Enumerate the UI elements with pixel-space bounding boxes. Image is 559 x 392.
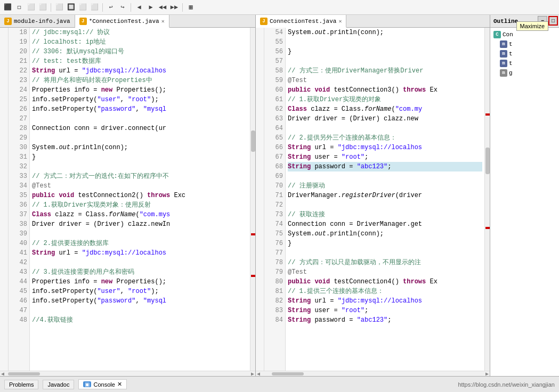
left-tab-bar: J module-info.java J *ConnectionTest.jav… [0,15,255,28]
outline-maximize-btn[interactable]: □ [548,16,558,26]
code-line-32 [32,162,248,172]
outline-item-t2[interactable]: m t [491,49,558,59]
right-scrollbar-h[interactable]: ◀ ▶ [256,371,490,376]
code-line-29 [32,133,248,143]
tab-conn-right-label: ConnectionTest.java [270,18,336,24]
toolbar-icon-12[interactable]: ▶ [145,2,156,13]
code-line-40: // 2.提供要连接的数据库 [32,239,248,248]
code-line-24: Properties info = new Properties(); [32,85,248,95]
status-tab-console[interactable]: ▣ Console ✕ [78,379,126,389]
right-error-marker-1 [485,113,490,116]
outline-method-icon-3: m [500,60,507,67]
right-scroll-thumb[interactable] [485,148,490,174]
status-tab-problems[interactable]: Problems [4,380,38,389]
outline-item-con[interactable]: C Con [491,30,558,39]
code-line-20: // 3306: 默认mysql的端口号 [32,47,248,56]
code-line-25: info.setProperty("user", "root"); [32,95,248,104]
left-scroll-left-arrow[interactable]: ◀ [0,371,5,377]
outline-item-t1-label: t [509,39,513,49]
rcode-81: // 1.提供三个连接的基本信息： [288,287,482,296]
code-line-47 [32,306,248,315]
console-icon: ▣ [83,381,91,387]
rcode-55 [288,37,482,47]
toolbar-sep-1 [51,3,51,12]
toolbar-icon-5[interactable]: ⬜ [54,2,64,13]
rcode-54: System.out.println(conn); [288,28,482,37]
right-scroll-left-arrow[interactable]: ◀ [256,371,261,377]
code-line-18: // jdbc:mysql:// 协议 [32,28,248,37]
toolbar-icon-8[interactable]: ⬜ [89,2,100,13]
outline-item-g-label: g [509,68,513,78]
left-scroll-h-thumb[interactable] [8,372,40,375]
toolbar-sep-4 [182,3,183,12]
toolbar-icon-13[interactable]: ◀◀ [157,2,168,13]
outline-item-g[interactable]: m g [491,68,558,78]
code-line-42 [32,258,248,267]
tab-conn-label: *ConnectionTest.java [89,18,159,24]
tab-module-info[interactable]: J module-info.java [0,15,75,27]
code-line-33: // 方式二：对方式一的迭代:在如下的程序中不 [32,172,248,181]
rcode-76: } [288,239,482,248]
rcode-72 [288,200,482,210]
toolbar-icon-11[interactable]: ◀ [134,2,144,13]
toolbar-icon-6[interactable]: 🔲 [66,2,76,13]
main-area: J module-info.java J *ConnectionTest.jav… [0,15,559,376]
left-scrollbar-v[interactable] [250,28,255,371]
maximize-tooltip: Maximize [516,21,548,31]
code-line-48: //4.获取链接 [32,315,248,325]
right-scroll-right-arrow[interactable]: ▶ [484,371,490,377]
status-tab-javadoc[interactable]: Javadoc [43,380,74,389]
code-line-21: // test: test数据库 [32,56,248,66]
code-line-28: Connection conn = driver.connect(ur [32,124,248,133]
outline-class-icon: C [493,31,501,38]
right-scroll-h-thumb[interactable] [272,372,304,375]
status-tab-console-close[interactable]: ✕ [117,381,122,388]
java-icon-conn: J [79,18,87,25]
toolbar-icon-1[interactable]: ⬛ [2,2,13,13]
code-line-45: info.setProperty("user", "root"); [32,287,248,296]
outline-method-icon-2: m [500,50,507,58]
java-icon-module: J [4,18,12,25]
left-scroll-right-arrow[interactable]: ▶ [250,371,255,377]
tab-connection-test-left[interactable]: J *ConnectionTest.java ✕ [75,15,169,28]
left-scrollbar-h[interactable]: ◀ ▶ [0,371,255,376]
toolbar-icon-14[interactable]: ▶▶ [169,2,180,13]
rcode-57 [288,56,482,66]
left-error-marker-2 [251,275,255,277]
code-line-19: // localhost: ip地址 [32,37,248,47]
rcode-56: } [288,47,482,56]
status-tab-javadoc-label: Javadoc [47,381,69,388]
status-bar: Problems Javadoc ▣ Console ✕ https://blo… [0,376,559,392]
toolbar-icon-15[interactable]: ▦ [185,2,196,13]
rcode-73: // 获取连接 [288,210,482,219]
tab-close-left[interactable]: ✕ [161,18,165,24]
left-error-marker-1 [251,233,255,235]
rcode-82: String url = "jdbc:mysql://localhos [288,296,482,306]
code-line-31: } [32,152,248,162]
outline-item-t1[interactable]: m t [491,39,558,49]
left-code-content: // jdbc:mysql:// 协议 // localhost: ip地址 /… [30,28,250,371]
toolbar-icon-10[interactable]: ↪ [117,2,128,13]
toolbar-icon-3[interactable]: ⬜ [26,2,36,13]
toolbar-icon-2[interactable]: ◻ [14,2,25,13]
code-line-35: public void testConnection2() throws Exc [32,191,248,200]
outline-item-con-label: Con [503,30,513,39]
toolbar-icon-7[interactable]: ⬜ [77,2,88,13]
code-line-39 [32,229,248,239]
left-scroll-thumb[interactable] [251,130,255,152]
toolbar-icon-4[interactable]: ⬜ [37,2,48,13]
outline-item-t3[interactable]: m t [491,59,558,68]
right-tab-bar: J ConnectionTest.java ✕ [256,15,490,28]
tab-connection-test-right[interactable]: J ConnectionTest.java ✕ [256,15,346,28]
code-line-30: System.out.println(conn); [32,143,248,152]
tab-close-right[interactable]: ✕ [338,18,342,24]
rcode-60: public void testConnection3() throws Ex [288,85,482,95]
toolbar-icon-9[interactable]: ↩ [106,2,116,13]
right-scrollbar-v[interactable] [484,28,490,371]
outline-method-icon-4: m [500,69,507,77]
tab-module-label: module-info.java [14,18,70,24]
code-line-26: info.setProperty("password", "mysql [32,104,248,114]
rcode-69 [288,172,482,181]
java-icon-conn-right: J [260,18,268,25]
rcode-62: Class clazz = Class.forName("com.my [288,104,482,114]
